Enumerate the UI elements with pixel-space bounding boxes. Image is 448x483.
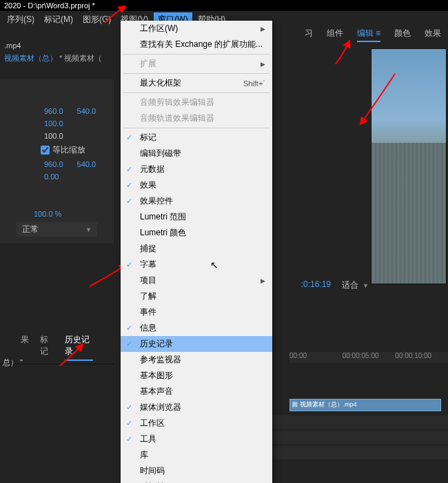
menu-item[interactable]: 查找有关 Exchange 的扩展功能... [121, 37, 272, 52]
menu-item[interactable]: ✓元数据 [121, 161, 272, 177]
menu-item[interactable]: ✓效果控件 [121, 193, 272, 209]
menu-item[interactable]: ✓历史记录 [121, 336, 272, 352]
anchor-values[interactable]: 960.0540.0 [44, 160, 111, 168]
video-clip[interactable]: 囫 视频素材（总）.mp4 [289, 399, 441, 411]
menu-item[interactable]: ✓信息 [121, 320, 272, 336]
menu-item[interactable]: Lumetri 颜色 [121, 225, 272, 241]
scale-readonly: 100.0 [44, 132, 111, 140]
effect-controls-panel: 960.0540.0 100.0 100.0 等比缩放 960.0540.0 0… [0, 79, 114, 244]
menu-item: 音频剪辑效果编辑器 [121, 95, 272, 110]
zoom-dropdown[interactable]: 适合▼ [342, 279, 369, 291]
workspace-tab[interactable]: 组件 [327, 28, 343, 42]
menu-item[interactable]: 基本图形 [121, 368, 272, 384]
chevron-down-icon: ▼ [363, 282, 369, 289]
menu-item[interactable]: 项目▶ [121, 273, 272, 288]
timeline-ruler[interactable]: 00:0000:00:05:0000:00:10:00 [289, 352, 448, 363]
menu-item[interactable]: ✓标记 [121, 130, 272, 146]
workspace-tab[interactable]: 编辑 ≡ [357, 28, 380, 42]
opacity-value[interactable]: 100.0 % [34, 210, 111, 218]
timecode[interactable]: :0:16:19 [301, 279, 331, 289]
menu-item: 音频轨道效果编辑器 [121, 110, 272, 126]
menu-item[interactable]: 编辑到磁带 [121, 146, 272, 161]
menu-item[interactable]: 工作区(W)▶ [121, 21, 272, 37]
breadcrumb-link[interactable]: 视频素材（总） [4, 54, 57, 62]
panel-tab[interactable]: 标记 [40, 334, 54, 361]
breadcrumb: 视频素材（总） * 视频素材（ [0, 52, 106, 65]
menu-item[interactable]: 库 [121, 447, 272, 463]
menu-item[interactable]: 捕捉 [121, 241, 272, 257]
workspace-tabs: 习组件编辑 ≡颜色效果 [305, 28, 441, 42]
scale-value[interactable]: 100.0 [44, 119, 111, 128]
menu-item[interactable]: 了解 [121, 288, 272, 304]
blend-mode-dropdown[interactable]: 正常▼ [17, 222, 97, 237]
menu-item[interactable]: 基本声音 [121, 384, 272, 400]
titlebar: 2020 - D:\pr\Word3.prproj * [0, 0, 448, 11]
menu-item[interactable]: Lumetri 范围 [121, 209, 272, 225]
chevron-down-icon: ▼ [85, 226, 92, 233]
menu-item[interactable]: 事件 [121, 304, 272, 320]
menu-1[interactable]: 标记(M) [40, 12, 77, 27]
menu-item[interactable]: 时间码 [121, 463, 272, 479]
menu-item[interactable]: ✓字幕 [121, 257, 272, 273]
menu-0[interactable]: 序列(S) [3, 12, 39, 27]
menu-item[interactable]: 最大化框架Shift+` [121, 75, 272, 91]
menu-item[interactable]: ✓工具 [121, 431, 272, 447]
antiflicker-value[interactable]: 0.00 [44, 172, 111, 181]
menu-item[interactable]: 参考监视器 [121, 352, 272, 368]
file-tab[interactable]: .mp4 [0, 40, 25, 51]
menu-item: 扩展▶ [121, 56, 272, 72]
menu-item[interactable]: 时间轴(T)▶ [121, 479, 272, 483]
menu-item[interactable]: ✓工作区 [121, 415, 272, 431]
position-values[interactable]: 960.0540.0 [44, 107, 111, 115]
workspace-tab[interactable]: 效果 [425, 28, 441, 42]
workspace-tab[interactable]: 颜色 [394, 28, 411, 42]
window-menu-dropdown: 工作区(W)▶查找有关 Exchange 的扩展功能...扩展▶最大化框架Shi… [121, 21, 272, 483]
workspace-tab[interactable]: 习 [305, 28, 313, 42]
uniform-scale-checkbox[interactable]: 等比缩放 [41, 144, 111, 156]
panel-tab[interactable]: 历史记录 [65, 334, 93, 361]
menu-item[interactable]: ✓效果 [121, 177, 272, 193]
program-monitor[interactable] [371, 48, 447, 284]
cursor-icon: ↖ [210, 259, 218, 270]
menu-item[interactable]: ✓媒体浏览器 [121, 400, 272, 415]
menu-2[interactable]: 图形(G) [79, 12, 115, 27]
history-panel: 总） " [3, 352, 23, 368]
